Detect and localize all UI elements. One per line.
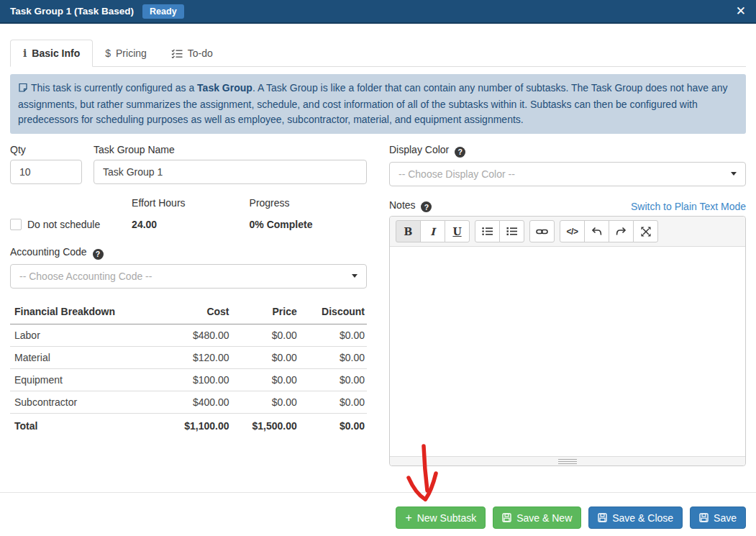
editor-resize-bar[interactable] [390,456,745,465]
accounting-code-placeholder: -- Choose Accounting Code -- [19,271,352,282]
tab-todo[interactable]: To-do [159,40,225,67]
italic-button[interactable]: I [420,220,445,242]
close-icon[interactable]: ✕ [736,5,746,17]
save-icon [699,513,709,522]
link-icon [536,227,548,236]
display-color-placeholder: -- Choose Display Color -- [399,168,731,180]
save-and-new-label: Save & New [516,512,572,524]
save-and-close-label: Save & Close [612,512,673,524]
financial-breakdown-table: Financial Breakdown Cost Price Discount … [10,300,367,437]
do-not-schedule-checkbox[interactable] [10,219,22,230]
tab-bar: i Basic Info $ Pricing To-do [10,39,746,67]
row-cost: $480.00 [156,324,231,346]
table-row: Labor $480.00 $0.00 $0.00 [10,324,367,346]
checklist-icon [171,49,183,58]
undo-icon [591,227,602,236]
redo-icon [616,227,627,236]
underline-icon: U [452,226,461,237]
save-icon [598,513,607,522]
modal-footer: + New Subtask Save & New Save & Close [0,492,756,536]
switch-plain-text-link[interactable]: Switch to Plain Text Mode [631,201,746,212]
save-and-new-button[interactable]: Save & New [493,507,581,529]
qty-input[interactable] [10,160,82,184]
code-icon: </> [567,227,578,237]
total-cost: $1,100.00 [156,413,231,437]
row-discount: $0.00 [299,346,367,368]
bold-icon: B [404,226,413,237]
col-discount: Discount [299,300,367,324]
tab-pricing-label: Pricing [116,47,147,59]
link-button[interactable] [529,220,555,242]
new-subtask-label: New Subtask [417,512,476,524]
row-price: $0.00 [232,346,299,368]
row-discount: $0.00 [299,368,367,391]
row-discount: $0.00 [299,391,367,413]
tab-pricing[interactable]: $ Pricing [93,40,159,67]
col-financial-breakdown: Financial Breakdown [10,300,156,324]
tab-basic-info[interactable]: i Basic Info [10,40,93,67]
task-group-name-input[interactable] [94,160,367,184]
row-label: Material [10,346,156,368]
total-price: $1,500.00 [232,413,299,437]
ordered-list-icon [506,227,517,236]
progress-label: Progress [250,197,367,209]
fullscreen-button[interactable] [633,220,658,242]
new-subtask-button[interactable]: + New Subtask [396,507,486,529]
chevron-down-icon [731,172,737,176]
plus-icon: + [405,512,411,524]
row-label: Labor [10,324,156,346]
notes-editing-area[interactable] [390,247,745,456]
redo-button[interactable] [609,220,634,242]
row-cost: $100.00 [156,368,231,391]
effort-hours-label: Effort Hours [132,197,249,209]
alert-text-bold: Task Group [197,82,252,94]
col-price: Price [232,300,299,324]
resize-grip-icon [558,459,577,464]
ordered-list-button[interactable] [499,220,524,242]
table-total-row: Total $1,100.00 $1,500.00 $0.00 [10,413,367,437]
qty-label: Qty [10,144,82,155]
note-icon [18,82,28,97]
table-row: Subcontractor $400.00 $0.00 $0.00 [10,391,367,413]
progress-value: 0% Complete [250,219,367,230]
task-group-name-label: Task Group Name [94,144,367,155]
save-button[interactable]: Save [690,507,746,529]
row-cost: $120.00 [156,346,231,368]
table-row: Equipment $100.00 $0.00 $0.00 [10,368,367,391]
table-header-row: Financial Breakdown Cost Price Discount [10,300,367,324]
row-price: $0.00 [232,391,299,413]
task-group-info-alert: This task is currently configured as a T… [10,74,746,134]
help-icon[interactable]: ? [93,249,104,260]
chevron-down-icon [352,274,357,278]
accounting-code-select[interactable]: -- Choose Accounting Code -- [10,264,367,289]
bold-button[interactable]: B [396,220,421,242]
notes-editor: B I U [389,216,746,466]
row-cost: $400.00 [156,391,231,413]
unordered-list-button[interactable] [475,220,500,242]
right-column: Display Color ? -- Choose Display Color … [389,144,746,466]
underline-button[interactable]: U [445,220,470,242]
accounting-code-label: Accounting Code [10,246,87,258]
row-label: Subcontractor [10,391,156,413]
row-label: Equipment [10,368,156,391]
modal-title: Task Group 1 (Task Based) [10,6,134,17]
do-not-schedule-label: Do not schedule [27,219,100,230]
tab-basic-info-label: Basic Info [32,47,80,59]
dollar-icon: $ [105,47,111,59]
notes-label: Notes [389,199,416,211]
row-price: $0.00 [232,324,299,346]
undo-button[interactable] [584,220,609,242]
alert-text-before: This task is currently configured as a [31,82,197,94]
save-label: Save [714,512,737,524]
info-icon: i [23,47,27,59]
display-color-select[interactable]: -- Choose Display Color -- [389,162,746,186]
help-icon[interactable]: ? [421,201,432,212]
editor-toolbar: B I U [390,217,745,247]
table-row: Material $120.00 $0.00 $0.00 [10,346,367,368]
save-and-close-button[interactable]: Save & Close [588,507,683,529]
display-color-label: Display Color [389,144,449,155]
col-cost: Cost [156,300,231,324]
save-icon [502,513,511,522]
help-icon[interactable]: ? [455,147,465,158]
code-view-button[interactable]: </> [560,220,585,242]
